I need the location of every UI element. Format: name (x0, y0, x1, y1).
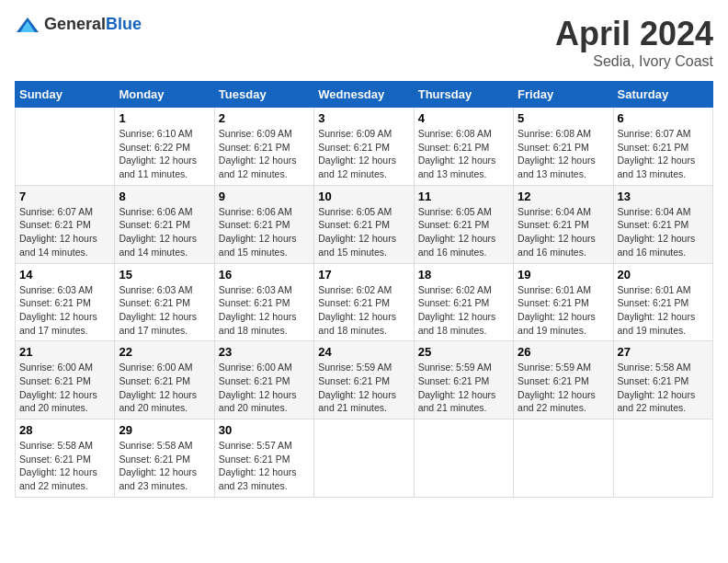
day-number: 16 (219, 268, 310, 282)
calendar-body: 1Sunrise: 6:10 AMSunset: 6:22 PMDaylight… (16, 108, 713, 498)
calendar-cell: 23Sunrise: 6:00 AMSunset: 6:21 PMDayligh… (214, 341, 313, 419)
day-number: 1 (119, 111, 210, 125)
calendar-cell: 29Sunrise: 5:58 AMSunset: 6:21 PMDayligh… (115, 419, 214, 498)
day-info: Sunrise: 6:03 AMSunset: 6:21 PMDaylight:… (19, 283, 110, 338)
day-number: 9 (219, 190, 310, 203)
logo-general-text: General (44, 15, 106, 33)
weekday-header-cell: Saturday (613, 82, 712, 108)
day-info: Sunrise: 6:06 AMSunset: 6:21 PMDaylight:… (119, 205, 210, 259)
day-info: Sunrise: 5:57 AMSunset: 6:21 PMDaylight:… (219, 439, 310, 493)
calendar-cell (514, 419, 613, 498)
day-number: 19 (518, 268, 609, 282)
day-number: 14 (19, 268, 110, 282)
day-number: 25 (418, 345, 509, 359)
day-info: Sunrise: 6:07 AMSunset: 6:21 PMDaylight:… (19, 205, 110, 259)
day-info: Sunrise: 6:03 AMSunset: 6:21 PMDaylight:… (219, 283, 310, 338)
day-info: Sunrise: 6:04 AMSunset: 6:21 PMDaylight:… (518, 205, 609, 259)
day-number: 6 (618, 111, 709, 125)
calendar-cell: 6Sunrise: 6:07 AMSunset: 6:21 PMDaylight… (613, 108, 712, 186)
calendar-table: SundayMondayTuesdayWednesdayThursdayFrid… (15, 81, 713, 498)
day-info: Sunrise: 6:07 AMSunset: 6:21 PMDaylight:… (618, 127, 709, 181)
calendar-cell: 24Sunrise: 5:59 AMSunset: 6:21 PMDayligh… (314, 341, 414, 419)
weekday-header-cell: Sunday (16, 82, 115, 108)
calendar-cell (16, 108, 115, 186)
day-info: Sunrise: 6:01 AMSunset: 6:21 PMDaylight:… (618, 283, 709, 338)
calendar-cell (314, 419, 414, 498)
day-info: Sunrise: 6:09 AMSunset: 6:21 PMDaylight:… (219, 127, 310, 181)
calendar-cell: 4Sunrise: 6:08 AMSunset: 6:21 PMDaylight… (414, 108, 513, 186)
calendar-week-row: 21Sunrise: 6:00 AMSunset: 6:21 PMDayligh… (16, 341, 713, 419)
logo-blue-text: Blue (106, 15, 142, 33)
day-info: Sunrise: 6:00 AMSunset: 6:21 PMDaylight:… (219, 361, 310, 415)
day-number: 24 (318, 345, 409, 359)
logo-icon (15, 16, 40, 34)
day-number: 20 (618, 268, 709, 282)
calendar-cell: 16Sunrise: 6:03 AMSunset: 6:21 PMDayligh… (214, 263, 313, 341)
day-info: Sunrise: 6:06 AMSunset: 6:21 PMDaylight:… (219, 205, 310, 259)
day-info: Sunrise: 6:10 AMSunset: 6:22 PMDaylight:… (119, 127, 210, 181)
day-number: 30 (219, 423, 310, 437)
calendar-cell: 21Sunrise: 6:00 AMSunset: 6:21 PMDayligh… (16, 341, 115, 419)
calendar-cell: 14Sunrise: 6:03 AMSunset: 6:21 PMDayligh… (16, 263, 115, 341)
logo: GeneralBlue (15, 15, 142, 34)
day-info: Sunrise: 6:08 AMSunset: 6:21 PMDaylight:… (518, 127, 609, 181)
day-info: Sunrise: 6:09 AMSunset: 6:21 PMDaylight:… (318, 127, 409, 181)
calendar-cell: 18Sunrise: 6:02 AMSunset: 6:21 PMDayligh… (414, 263, 513, 341)
calendar-cell: 26Sunrise: 5:59 AMSunset: 6:21 PMDayligh… (514, 341, 613, 419)
day-number: 22 (119, 345, 210, 359)
calendar-cell: 2Sunrise: 6:09 AMSunset: 6:21 PMDaylight… (214, 108, 313, 186)
day-number: 26 (518, 345, 609, 359)
calendar-cell: 11Sunrise: 6:05 AMSunset: 6:21 PMDayligh… (414, 185, 513, 263)
day-number: 21 (19, 345, 110, 359)
calendar-cell: 9Sunrise: 6:06 AMSunset: 6:21 PMDaylight… (214, 185, 313, 263)
calendar-cell: 25Sunrise: 5:59 AMSunset: 6:21 PMDayligh… (414, 341, 513, 419)
day-info: Sunrise: 5:58 AMSunset: 6:21 PMDaylight:… (119, 439, 210, 493)
day-info: Sunrise: 5:59 AMSunset: 6:21 PMDaylight:… (518, 361, 609, 415)
calendar-cell: 22Sunrise: 6:00 AMSunset: 6:21 PMDayligh… (115, 341, 214, 419)
day-info: Sunrise: 5:59 AMSunset: 6:21 PMDaylight:… (318, 361, 409, 415)
day-info: Sunrise: 6:08 AMSunset: 6:21 PMDaylight:… (418, 127, 509, 181)
day-info: Sunrise: 6:03 AMSunset: 6:21 PMDaylight:… (119, 283, 210, 338)
day-number: 10 (318, 190, 409, 203)
day-number: 4 (418, 111, 509, 125)
calendar-cell: 19Sunrise: 6:01 AMSunset: 6:21 PMDayligh… (514, 263, 613, 341)
header: GeneralBlue April 2024 Sedia, Ivory Coas… (15, 15, 713, 70)
calendar-week-row: 7Sunrise: 6:07 AMSunset: 6:21 PMDaylight… (16, 185, 713, 263)
calendar-cell: 20Sunrise: 6:01 AMSunset: 6:21 PMDayligh… (613, 263, 712, 341)
day-number: 15 (119, 268, 210, 282)
day-info: Sunrise: 6:01 AMSunset: 6:21 PMDaylight:… (518, 283, 609, 338)
day-info: Sunrise: 6:05 AMSunset: 6:21 PMDaylight:… (318, 205, 409, 259)
calendar-cell: 27Sunrise: 5:58 AMSunset: 6:21 PMDayligh… (613, 341, 712, 419)
day-number: 28 (19, 423, 110, 437)
day-info: Sunrise: 6:02 AMSunset: 6:21 PMDaylight:… (318, 283, 409, 338)
calendar-cell: 5Sunrise: 6:08 AMSunset: 6:21 PMDaylight… (514, 108, 613, 186)
day-number: 23 (219, 345, 310, 359)
day-number: 29 (119, 423, 210, 437)
calendar-week-row: 14Sunrise: 6:03 AMSunset: 6:21 PMDayligh… (16, 263, 713, 341)
calendar-cell: 30Sunrise: 5:57 AMSunset: 6:21 PMDayligh… (214, 419, 313, 498)
day-info: Sunrise: 6:02 AMSunset: 6:21 PMDaylight:… (418, 283, 509, 338)
calendar-cell: 17Sunrise: 6:02 AMSunset: 6:21 PMDayligh… (314, 263, 414, 341)
subtitle: Sedia, Ivory Coast (555, 53, 713, 70)
calendar-cell: 12Sunrise: 6:04 AMSunset: 6:21 PMDayligh… (514, 185, 613, 263)
day-info: Sunrise: 6:04 AMSunset: 6:21 PMDaylight:… (618, 205, 709, 259)
day-number: 2 (219, 111, 310, 125)
day-number: 27 (618, 345, 709, 359)
day-info: Sunrise: 5:59 AMSunset: 6:21 PMDaylight:… (418, 361, 509, 415)
weekday-header-row: SundayMondayTuesdayWednesdayThursdayFrid… (16, 82, 713, 108)
calendar-cell: 3Sunrise: 6:09 AMSunset: 6:21 PMDaylight… (314, 108, 414, 186)
weekday-header-cell: Wednesday (314, 82, 414, 108)
calendar-cell (414, 419, 513, 498)
title-area: April 2024 Sedia, Ivory Coast (555, 15, 713, 70)
calendar-cell: 15Sunrise: 6:03 AMSunset: 6:21 PMDayligh… (115, 263, 214, 341)
day-info: Sunrise: 5:58 AMSunset: 6:21 PMDaylight:… (618, 361, 709, 415)
calendar-cell: 1Sunrise: 6:10 AMSunset: 6:22 PMDaylight… (115, 108, 214, 186)
calendar-cell: 10Sunrise: 6:05 AMSunset: 6:21 PMDayligh… (314, 185, 414, 263)
main-title: April 2024 (555, 15, 713, 53)
calendar-week-row: 1Sunrise: 6:10 AMSunset: 6:22 PMDaylight… (16, 108, 713, 186)
calendar-cell: 8Sunrise: 6:06 AMSunset: 6:21 PMDaylight… (115, 185, 214, 263)
weekday-header-cell: Thursday (414, 82, 513, 108)
day-number: 5 (518, 111, 609, 125)
day-number: 13 (618, 190, 709, 203)
day-number: 17 (318, 268, 409, 282)
